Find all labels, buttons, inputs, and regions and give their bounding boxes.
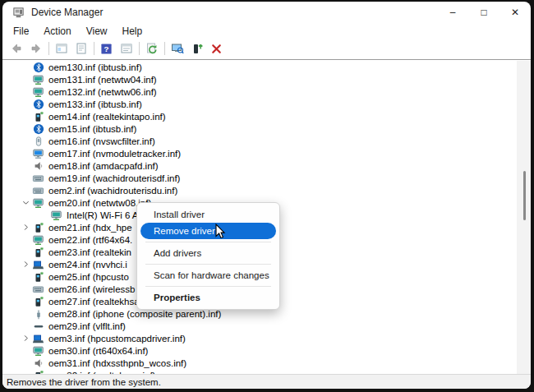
context-item-install-driver[interactable]: Install driver	[140, 206, 276, 223]
help-icon[interactable]: ?	[99, 42, 113, 56]
tree-row[interactable]: oem29.inf (vlflt.inf)	[2, 320, 516, 332]
chevron-spacer	[19, 61, 32, 73]
scan-computer-icon[interactable]	[170, 42, 184, 56]
tree-row[interactable]: oem19.inf (wachidrouterisdf.inf)	[2, 172, 516, 184]
toolbar-separator	[94, 42, 94, 55]
usb-device-icon	[32, 308, 44, 320]
status-bar: Removes the driver from the system.	[2, 374, 531, 389]
tree-row-label: oem18.inf (amdacpafd.inf)	[48, 161, 159, 171]
network-adapter-icon	[32, 86, 44, 98]
uninstall-icon[interactable]	[209, 42, 223, 56]
network-adapter-icon	[32, 197, 44, 209]
vertical-scrollbar[interactable]	[517, 61, 531, 374]
properties-window-icon[interactable]	[119, 42, 133, 56]
context-item-properties[interactable]: Properties	[140, 289, 276, 306]
context-menu-separator	[145, 286, 271, 287]
back-icon[interactable]	[9, 42, 23, 56]
bluetooth-icon	[32, 62, 44, 73]
chevron-spacer	[19, 73, 32, 85]
maximize-button[interactable]: □	[468, 2, 499, 23]
scrollbar-thumb[interactable]	[523, 171, 526, 220]
chevron-right-icon[interactable]	[19, 258, 32, 270]
tree-row-label: oem133.inf (ibtusb.inf)	[48, 99, 142, 109]
chevron-down-icon[interactable]	[19, 196, 32, 209]
chevron-spacer	[19, 307, 32, 320]
tree-row-label: oem22.inf (rtf64x64.	[48, 235, 132, 245]
tree-row[interactable]: oem30.inf (rt640x64.inf)	[2, 344, 516, 357]
tree-row[interactable]: oem17.inf (nvmoduletracker.inf)	[2, 147, 516, 159]
chevron-right-icon[interactable]	[19, 221, 32, 233]
toolbar-separator	[48, 42, 49, 55]
menu-help[interactable]: Help	[115, 24, 150, 39]
tree-row[interactable]: oem15.inf (ibtusb.inf)	[2, 122, 516, 135]
tree-row[interactable]: oem130.inf (ibtusb.inf)	[2, 61, 516, 73]
chevron-spacer	[19, 369, 32, 374]
chevron-spacer	[19, 295, 32, 307]
chevron-spacer	[19, 270, 32, 283]
tree-row-label: oem3.inf (hpcustomcapdriver.inf)	[48, 334, 186, 344]
chevron-spacer	[19, 159, 32, 172]
tree-row[interactable]: oem3.inf (hpcustomcapdriver.inf)	[2, 332, 516, 344]
tree-row[interactable]: oem16.inf (nvswcfilter.inf)	[2, 135, 516, 147]
keyboard-icon	[32, 284, 44, 295]
chevron-spacer	[19, 85, 32, 98]
menu-file[interactable]: File	[6, 24, 36, 39]
tree-row-label: oem19.inf (wachidrouterisdf.inf)	[48, 173, 180, 183]
properties-doc-icon[interactable]	[74, 42, 88, 56]
tree-row[interactable]: oem133.inf (ibtusb.inf)	[2, 98, 516, 110]
toolbar-separator	[139, 42, 140, 55]
tree-row-label: oem2.inf (wachidrouterisdu.inf)	[48, 186, 177, 196]
tree-row-label: oem131.inf (netwtw04.inf)	[48, 75, 157, 85]
tree-row-label: Intel(R) Wi-Fi 6 A	[67, 210, 139, 220]
context-item-add-drivers[interactable]: Add drivers	[140, 245, 276, 261]
chevron-spacer	[19, 172, 32, 184]
tree-row[interactable]: oem131.inf (netwtw04.inf)	[2, 73, 516, 85]
network-adapter-icon	[32, 234, 44, 246]
portable-device-icon	[32, 259, 44, 270]
tree-row[interactable]: oem2.inf (wachidrouterisdu.inf)	[2, 184, 516, 196]
tree-row[interactable]: oem132.inf (netwtw06.inf)	[2, 85, 516, 98]
chevron-spacer	[19, 184, 32, 196]
tree-row[interactable]: oem32.inf (realtekapo.inf)	[2, 369, 516, 374]
svg-text:?: ?	[104, 44, 108, 53]
console-tree-icon[interactable]	[54, 42, 68, 56]
media-device-icon	[32, 111, 44, 122]
window-controls: –□✕	[437, 2, 531, 23]
speaker-icon	[32, 160, 44, 172]
tree-row-label: oem16.inf (nvswcfilter.inf)	[48, 136, 155, 146]
chevron-spacer	[19, 233, 32, 246]
chevron-spacer	[19, 344, 32, 357]
tree-row-label: oem132.inf (netwtw06.inf)	[48, 87, 157, 97]
toolbar-separator	[164, 42, 165, 55]
chevron-spacer	[19, 147, 32, 159]
status-text: Removes the driver from the system.	[7, 377, 161, 387]
tree-row[interactable]: oem14.inf (realtekintapo.inf)	[2, 110, 516, 122]
close-button[interactable]: ✕	[499, 2, 531, 23]
tree-row[interactable]: oem31.inf (hdxssthpnb_wcos.inf)	[2, 357, 516, 369]
menu-view[interactable]: View	[79, 24, 115, 39]
network-adapter-icon	[32, 74, 44, 85]
firmware-device-icon	[32, 136, 44, 147]
context-menu-separator	[145, 242, 271, 242]
forward-icon[interactable]	[29, 42, 43, 56]
refresh-icon[interactable]	[145, 42, 159, 56]
chevron-right-icon[interactable]	[19, 332, 32, 344]
tree-row-label: oem30.inf (rt640x64.inf)	[48, 346, 148, 356]
tree-row[interactable]: oem18.inf (amdacpafd.inf)	[2, 159, 516, 172]
tree-row-label: oem14.inf (realtekintapo.inf)	[48, 112, 166, 122]
keyboard-icon	[32, 173, 44, 184]
minimize-button[interactable]: –	[437, 2, 468, 23]
media-device-icon	[32, 271, 44, 283]
tree-row-label: oem24.inf (nvvhci.i	[48, 260, 127, 270]
update-driver-icon[interactable]	[190, 42, 204, 56]
media-device-icon	[32, 370, 44, 375]
keyboard-icon	[32, 185, 44, 196]
context-item-scan-for-hardware-changes[interactable]: Scan for hardware changes	[140, 267, 276, 284]
menu-action[interactable]: Action	[36, 24, 78, 39]
display-monitor-icon	[32, 148, 44, 159]
context-item-remove-driver[interactable]: Remove driver	[140, 223, 276, 239]
media-device-icon	[32, 296, 44, 307]
speaker-icon	[32, 357, 44, 369]
chevron-spacer	[19, 320, 32, 332]
menu-bar: FileActionViewHelp	[2, 23, 531, 39]
